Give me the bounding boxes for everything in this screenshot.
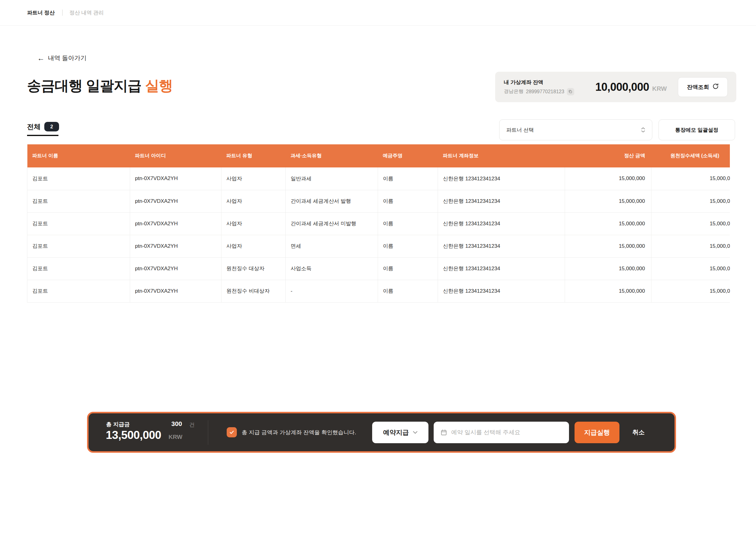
top-nav: 파트너 정산 정산 내역 관리 (0, 0, 756, 26)
tab-all[interactable]: 전체 2 (27, 122, 59, 131)
cell-account: 신한은행 123412341234 (438, 190, 565, 212)
check-icon (229, 430, 234, 435)
total-payment-label: 총 지급금 (106, 421, 130, 428)
back-link[interactable]: ← 내역 돌아가기 (37, 54, 87, 62)
settlement-table-wrap: 파트너 이름 파트너 아이디 파트너 유형 과세·소득유형 예금주명 파트너 계… (27, 144, 730, 302)
balance-check-button[interactable]: 잔액조회 (678, 77, 728, 97)
table-body: 김포트ptn-0X7VDXA2YH사업자일반과세이름신한은행 123412341… (27, 167, 730, 302)
partner-select-dropdown[interactable]: 파트너 선택 (499, 120, 652, 140)
cell-holder: 이름 (378, 190, 438, 212)
partner-select-value: 파트너 선택 (506, 126, 534, 133)
cell-account: 신한은행 123412341234 (438, 212, 565, 235)
confirm-checkbox[interactable] (227, 427, 237, 437)
table-row: 김포트ptn-0X7VDXA2YH원천징수 대상자사업소득이름신한은행 1234… (27, 257, 730, 280)
cell-holder: 이름 (378, 235, 438, 257)
schedule-datetime-input[interactable]: 예약 일시를 선택해 주세요 (434, 422, 569, 443)
col-tax-type: 과세·소득유형 (286, 144, 378, 167)
cell-tax: 면세 (286, 235, 378, 257)
cell-withholding: 15,000,000 (651, 235, 730, 257)
execute-payment-button[interactable]: 지급실행 (575, 422, 619, 443)
cell-id: ptn-0X7VDXA2YH (130, 257, 222, 280)
page-title: 송금대행 일괄지급 실행 (27, 76, 173, 96)
cell-account: 신한은행 123412341234 (438, 257, 565, 280)
cell-name: 김포트 (27, 167, 130, 190)
confirm-checkbox-group[interactable]: 총 지급 금액과 가상계좌 잔액을 확인했습니다. (227, 413, 356, 451)
page-title-main: 송금대행 일괄지급 (27, 77, 145, 94)
cell-id: ptn-0X7VDXA2YH (130, 212, 222, 235)
table-row: 김포트ptn-0X7VDXA2YH원천징수 비대상자-이름신한은행 123412… (27, 280, 730, 302)
balance-currency: KRW (652, 85, 667, 92)
cell-type: 사업자 (222, 190, 286, 212)
balance-label: 내 가상계좌 잔액 (504, 79, 574, 86)
total-count-unit: 건 (189, 421, 195, 429)
cell-amount: 15,000,000 (565, 167, 651, 190)
schedule-select-value: 예약지급 (383, 428, 409, 437)
cell-account: 신한은행 123412341234 (438, 167, 565, 190)
cell-withholding: 15,000,000 (651, 212, 730, 235)
col-account-info: 파트너 계좌정보 (438, 144, 565, 167)
cell-tax: 일반과세 (286, 167, 378, 190)
cell-name: 김포트 (27, 190, 130, 212)
nav-item-settlement-history[interactable]: 정산 내역 관리 (69, 9, 104, 16)
memo-bulk-setting-button[interactable]: 통장메모 일괄설정 (659, 120, 735, 140)
cell-type: 사업자 (222, 167, 286, 190)
back-arrow-icon: ← (37, 54, 44, 62)
cell-account: 신한은행 123412341234 (438, 280, 565, 302)
cell-holder: 이름 (378, 280, 438, 302)
table-row: 김포트ptn-0X7VDXA2YH사업자간이과세 세금계산서 발행이름신한은행 … (27, 190, 730, 212)
cell-id: ptn-0X7VDXA2YH (130, 280, 222, 302)
cell-amount: 15,000,000 (565, 280, 651, 302)
cell-holder: 이름 (378, 257, 438, 280)
cell-name: 김포트 (27, 257, 130, 280)
tab-all-label: 전체 (27, 122, 40, 131)
col-holder-name: 예금주명 (378, 144, 438, 167)
schedule-type-select[interactable]: 예약지급 (372, 422, 428, 443)
cancel-button[interactable]: 취소 (632, 413, 645, 451)
payment-action-bar: 총 지급금 300 건 13,500,000 KRW 총 지급 금액과 가상계좌… (87, 412, 676, 453)
nav-brand[interactable]: 파트너 정산 (27, 9, 55, 16)
cell-type: 원천징수 대상자 (222, 257, 286, 280)
cell-type: 사업자 (222, 235, 286, 257)
cell-account: 신한은행 123412341234 (438, 235, 565, 257)
col-settlement-amount: 정산 금액 (565, 144, 651, 167)
bank-name: 경남은행 (504, 88, 524, 95)
cell-tax: 간이과세 세금계산서 발행 (286, 190, 378, 212)
nav-divider (62, 10, 63, 16)
balance-amount: 10,000,000 (595, 81, 649, 94)
confirm-checkbox-label: 총 지급 금액과 가상계좌 잔액을 확인했습니다. (242, 429, 356, 436)
table-row: 김포트ptn-0X7VDXA2YH사업자면세이름신한은행 12341234123… (27, 235, 730, 257)
col-withholding-tax: 원천징수세액 (소득세) (651, 144, 730, 167)
cell-amount: 15,000,000 (565, 212, 651, 235)
chevron-down-icon (413, 431, 418, 434)
active-tab-indicator (27, 135, 58, 136)
cell-holder: 이름 (378, 212, 438, 235)
cell-withholding: 15,000,000 (651, 167, 730, 190)
table-row: 김포트ptn-0X7VDXA2YH사업자일반과세이름신한은행 123412341… (27, 167, 730, 190)
cell-tax: 사업소득 (286, 257, 378, 280)
cell-amount: 15,000,000 (565, 257, 651, 280)
cell-type: 사업자 (222, 212, 286, 235)
calendar-icon (441, 429, 447, 436)
total-count: 300 (171, 420, 182, 428)
cell-type: 원천징수 비대상자 (222, 280, 286, 302)
col-partner-name: 파트너 이름 (27, 144, 130, 167)
copy-icon[interactable] (567, 88, 574, 96)
total-currency: KRW (169, 434, 182, 440)
balance-info: 내 가상계좌 잔액 경남은행 28999770218123 (504, 79, 574, 96)
cell-holder: 이름 (378, 167, 438, 190)
settlement-table: 파트너 이름 파트너 아이디 파트너 유형 과세·소득유형 예금주명 파트너 계… (27, 144, 730, 302)
total-amount: 13,500,000 (106, 429, 161, 442)
cell-name: 김포트 (27, 235, 130, 257)
table-header-row: 파트너 이름 파트너 아이디 파트너 유형 과세·소득유형 예금주명 파트너 계… (27, 144, 730, 167)
tab-count-badge: 2 (44, 122, 59, 131)
col-partner-type: 파트너 유형 (222, 144, 286, 167)
chevron-updown-icon (641, 127, 645, 133)
cell-withholding: 15,000,000 (651, 280, 730, 302)
cell-id: ptn-0X7VDXA2YH (130, 235, 222, 257)
cell-id: ptn-0X7VDXA2YH (130, 190, 222, 212)
cell-withholding: 15,000,000 (651, 257, 730, 280)
cell-name: 김포트 (27, 212, 130, 235)
page-title-accent: 실행 (145, 77, 173, 94)
cell-tax: 간이과세 세금계산서 미발행 (286, 212, 378, 235)
col-partner-id: 파트너 아이디 (130, 144, 222, 167)
